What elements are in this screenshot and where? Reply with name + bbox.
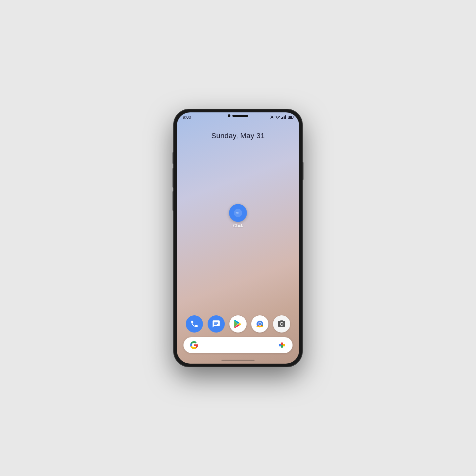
clock-app[interactable]: Clock	[229, 204, 247, 228]
home-screen: Sunday, May 31 Clock	[177, 122, 299, 315]
status-icons	[270, 115, 293, 119]
chrome-app-icon[interactable]	[251, 315, 268, 333]
wifi-icon	[275, 115, 280, 119]
phone-app-icon[interactable]	[186, 315, 203, 333]
dock-icons-row	[183, 315, 293, 333]
clock-face	[233, 208, 243, 218]
chrome-icon	[255, 319, 265, 329]
google-search-bar[interactable]	[183, 337, 293, 353]
power-button[interactable]	[302, 162, 303, 180]
phone-icon	[190, 320, 199, 328]
clock-app-label: Clock	[233, 223, 243, 228]
messages-icon	[212, 320, 220, 328]
battery-icon	[288, 116, 293, 119]
google-logo	[189, 340, 199, 350]
messages-app-icon[interactable]	[208, 315, 225, 333]
svg-point-9	[258, 323, 261, 326]
phone-device: 9:00	[174, 109, 302, 367]
volume-up-button[interactable]	[173, 168, 174, 188]
assistant-dots	[277, 340, 287, 350]
volume-silent-button[interactable]	[173, 152, 174, 164]
camera-app-icon[interactable]	[273, 315, 290, 333]
phone-screen: 9:00	[177, 112, 299, 364]
notch	[228, 114, 248, 117]
nav-pill[interactable]	[221, 360, 255, 361]
alarm-icon	[270, 115, 274, 119]
earpiece-speaker	[232, 115, 248, 117]
playstore-app-icon[interactable]	[229, 315, 247, 333]
app-dock	[177, 315, 299, 353]
clock-app-icon[interactable]	[229, 204, 247, 222]
navigation-bar	[177, 357, 299, 364]
status-time: 9:00	[183, 115, 191, 120]
status-bar: 9:00	[177, 112, 299, 122]
camera-icon	[277, 320, 286, 328]
volume-down-button[interactable]	[173, 191, 174, 211]
front-camera	[228, 114, 230, 117]
google-assistant-icon[interactable]	[277, 340, 287, 350]
svg-point-4	[237, 212, 239, 214]
signal-icon	[281, 115, 286, 119]
playstore-icon	[233, 319, 243, 329]
date-display: Sunday, May 31	[211, 132, 265, 140]
